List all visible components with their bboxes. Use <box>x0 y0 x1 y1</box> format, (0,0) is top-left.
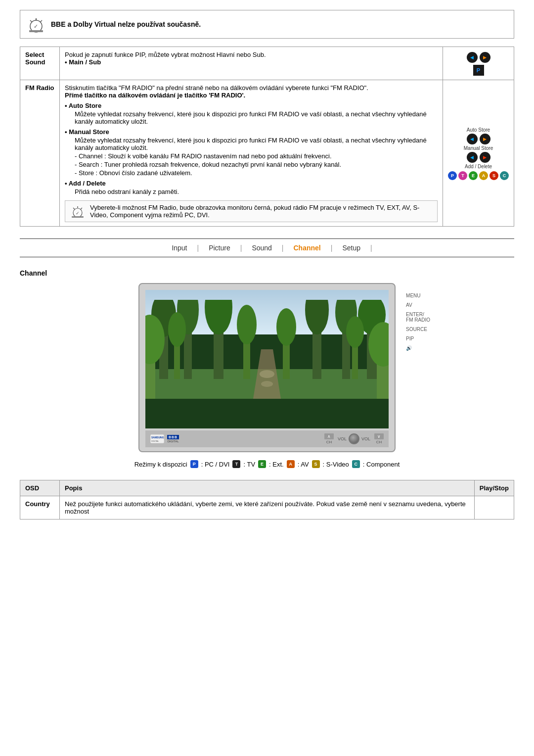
nav-picture[interactable]: Picture <box>199 242 240 254</box>
btn-auto-right: ▶ <box>480 134 490 144</box>
vol-plus: VOL <box>360 435 371 442</box>
ch-buttons: ∧ CH <box>324 433 334 444</box>
pteasc-row: P T E A S C <box>448 171 509 180</box>
nav-input[interactable]: Input <box>162 242 197 254</box>
ch-down-label: CH <box>376 440 382 444</box>
col-popis: Popis <box>60 480 475 496</box>
manual-store-section: • Manual Store Můžete vyhledat rozsahy f… <box>65 128 438 177</box>
s-btn: S <box>490 171 498 180</box>
warning-icon: ✓ <box>27 15 45 33</box>
fm-radio-content: Stisknutím tlačítka "FM RADIO" na přední… <box>60 80 443 227</box>
p-btn: P <box>448 171 457 180</box>
nav-bar: Input | Picture | Sound | Channel | Setu… <box>20 238 514 257</box>
col-playstop: Play/Stop <box>474 480 514 496</box>
nav-sound[interactable]: Sound <box>242 242 281 254</box>
tv-bottom-bar: SAMSUNG DIGITAL BBB DIGITAL ∧ CH VOL <box>145 430 389 447</box>
svg-point-27 <box>346 316 364 348</box>
main-table: Select Sound Pokud je zapnutí funkce PIP… <box>20 47 514 227</box>
svg-point-23 <box>237 305 257 344</box>
country-label: Country <box>20 496 60 520</box>
btn-manual-right: ▶ <box>480 152 490 163</box>
tree-bg <box>145 300 389 399</box>
a-btn: A <box>479 171 488 180</box>
select-sound-label: Select Sound <box>20 47 60 80</box>
ch-up: ∧ <box>324 433 334 439</box>
btn-pair-auto: ◀ ▶ <box>448 134 509 144</box>
source-label: SOURCE <box>406 327 430 332</box>
ch-label: CH <box>326 440 332 444</box>
select-sound-row: Select Sound Pokud je zapnutí funkce PIP… <box>20 47 514 80</box>
svg-text:DIGITAL: DIGITAL <box>151 440 159 442</box>
fm-radio-label: FM Radio <box>20 80 60 227</box>
e-btn: E <box>469 171 478 180</box>
fm-radio-note-text: Vyberete-li možnost FM Radio, bude obraz… <box>90 204 432 219</box>
tv-outer: SAMSUNG DIGITAL BBB DIGITAL ∧ CH VOL <box>138 283 396 452</box>
vol-controls: VOL VOL <box>337 433 371 444</box>
av-label: AV <box>406 302 430 308</box>
mode-p: P <box>190 460 198 468</box>
note-icon: ✓ <box>70 204 85 219</box>
mode-p-label: : PC / DVI <box>201 461 230 468</box>
svg-text:✓: ✓ <box>76 211 80 216</box>
tv-right-labels: MENU AV ENTER/FM RADIO SOURCE PIP 🔊 <box>406 293 430 351</box>
tv-controls: ∧ CH VOL VOL ∨ CH <box>324 433 384 444</box>
c-btn: C <box>500 171 509 180</box>
country-playstop <box>474 496 514 520</box>
btn-manual-left: ◀ <box>467 152 478 163</box>
country-desc: Než použijete funkci automatického uklád… <box>60 496 475 520</box>
mode-e: E <box>258 460 266 468</box>
svg-text:✓: ✓ <box>34 23 38 29</box>
nav-sep-5: | <box>370 244 372 252</box>
bottom-table-header: OSD Popis Play/Stop <box>20 480 514 496</box>
t-btn: T <box>458 171 467 180</box>
ch-down: ∨ <box>374 433 384 439</box>
modes-bar: Režimy k dispozici P : PC / DVI T : TV E… <box>20 460 514 468</box>
mode-s-label: : S-Video <box>323 461 349 468</box>
nav-setup[interactable]: Setup <box>332 242 370 254</box>
select-sound-icons: ◀ ▶ P <box>443 47 514 80</box>
btn-pair-manual: ◀ ▶ <box>448 152 509 163</box>
svg-point-13 <box>205 300 232 334</box>
svg-point-32 <box>260 370 274 378</box>
ch-down-container: ∨ CH <box>374 433 384 444</box>
menu-label: MENU <box>406 293 430 298</box>
add-delete-icon-label: Add / Delete <box>448 164 509 169</box>
svg-text:SAMSUNG: SAMSUNG <box>151 436 164 439</box>
auto-store-section: • Auto Store Můžete vyhledat rozsahy fre… <box>65 102 438 125</box>
channel-heading: Channel <box>20 269 514 277</box>
svg-rect-2 <box>29 30 43 32</box>
mode-t: T <box>232 460 240 468</box>
mode-c-label: : Component <box>363 461 400 468</box>
bottom-table: OSD Popis Play/Stop Country Než použijet… <box>20 480 514 520</box>
mode-e-label: : Ext. <box>269 461 284 468</box>
mode-s: S <box>312 460 320 468</box>
fm-radio-row: FM Radio Stisknutím tlačítka "FM RADIO" … <box>20 80 514 227</box>
pip-label: PIP <box>406 336 430 341</box>
digital-label: DIGITAL <box>168 440 179 443</box>
tv-screen <box>145 290 389 428</box>
vol-knob <box>349 433 359 444</box>
col-osd: OSD <box>20 480 60 496</box>
svg-point-21 <box>168 312 186 347</box>
btn-pair-1: ◀ ▶ <box>448 52 509 63</box>
svg-point-33 <box>261 381 273 387</box>
channel-image-container: SAMSUNG DIGITAL BBB DIGITAL ∧ CH VOL <box>20 283 514 452</box>
svg-point-15 <box>305 300 329 334</box>
enter-label: ENTER/FM RADIO <box>406 312 430 323</box>
mode-a: A <box>287 460 295 468</box>
warning-box: ✓ BBE a Dolby Virtual nelze používat sou… <box>20 10 514 39</box>
bbb-label: BBB <box>167 435 179 439</box>
mode-t-label: : TV <box>243 461 255 468</box>
manual-store-label: Manual Store <box>448 145 509 151</box>
tv-logos: SAMSUNG DIGITAL BBB DIGITAL <box>150 434 179 443</box>
add-delete-section: • Add / Delete Přidá nebo odstraní kanál… <box>65 180 438 195</box>
btn-left-1: ◀ <box>467 52 478 63</box>
btn-p: P <box>473 65 484 76</box>
fm-radio-note: ✓ Vyberete-li možnost FM Radio, bude obr… <box>65 200 438 222</box>
svg-point-25 <box>276 308 296 346</box>
vol-right-label: 🔊 <box>406 345 430 351</box>
nav-channel[interactable]: Channel <box>284 242 331 254</box>
mode-c: C <box>352 460 360 468</box>
btn-right-1: ▶ <box>480 52 490 63</box>
select-sound-content: Pokud je zapnutí funkce PIP, můžete vybr… <box>60 47 443 80</box>
